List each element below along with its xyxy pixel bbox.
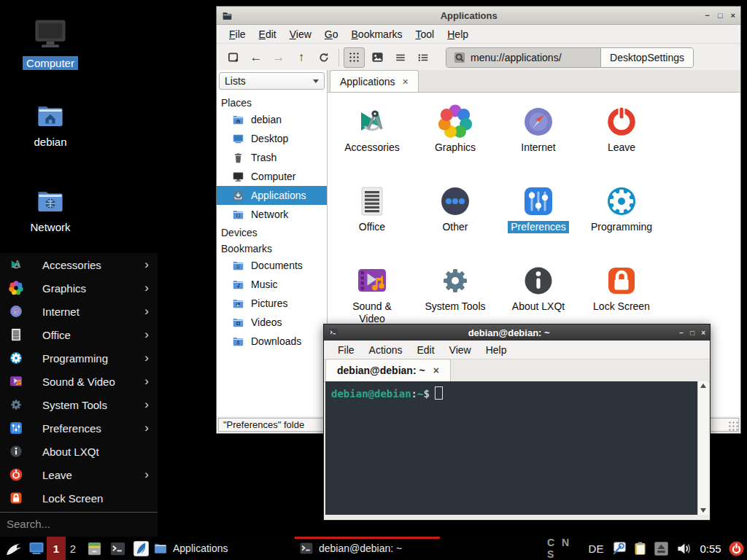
keyboard-indicator[interactable]: C N S: [547, 537, 584, 560]
minimize-button[interactable]: −: [705, 12, 709, 20]
maximize-button[interactable]: □: [718, 12, 723, 20]
fm-item-graphics[interactable]: Graphics: [414, 104, 497, 154]
quicklaunch-terminal[interactable]: [107, 537, 128, 560]
workspace-1-button[interactable]: 1: [47, 537, 66, 560]
fm-item-about-lxqt[interactable]: About LXQt: [497, 263, 580, 313]
minimize-button[interactable]: −: [679, 329, 684, 337]
start-menu-item-programming[interactable]: Programming ›: [0, 346, 158, 370]
fm-item-preferences[interactable]: Preferences: [497, 184, 580, 233]
path-bar: menu://applications/ DesktopSettings: [446, 47, 694, 68]
tray-screenshot-button[interactable]: [610, 537, 629, 560]
fm-item-internet[interactable]: Internet: [497, 104, 580, 154]
compact-view-button[interactable]: [390, 48, 410, 67]
fm-tab-applications[interactable]: Applications ×: [330, 70, 419, 92]
tray-clipboard-button[interactable]: [630, 537, 649, 560]
fm-titlebar[interactable]: Applications − □ ×: [217, 7, 740, 25]
start-menu-item-office[interactable]: Office ›: [0, 323, 158, 346]
terminal-titlebar[interactable]: debian@debian: ~ − □ ×: [324, 324, 710, 341]
terminal-screen[interactable]: debian@debian:~$: [325, 381, 697, 515]
tray-power-button[interactable]: [727, 537, 746, 560]
menu-file[interactable]: File: [330, 344, 362, 356]
start-menu-item-about-lxqt[interactable]: About LXQt: [0, 440, 158, 463]
menu-item-label: Programming: [42, 352, 108, 365]
sidebar-item-music[interactable]: Music: [217, 275, 327, 294]
thumbnail-view-icon: [371, 51, 384, 63]
sidebar-item-applications[interactable]: Applications: [217, 186, 327, 205]
terminal-scrollbar[interactable]: [697, 381, 708, 515]
detailed-view-button[interactable]: [413, 48, 433, 67]
menu-tool[interactable]: Tool: [409, 28, 441, 40]
sidebar-item-videos[interactable]: Videos: [217, 313, 327, 332]
scroll-down-icon[interactable]: [700, 508, 706, 513]
start-menu-item-lock-screen[interactable]: Lock Screen: [0, 486, 158, 510]
sidebar-item-downloads[interactable]: Downloads: [217, 332, 327, 351]
scroll-up-icon[interactable]: [700, 384, 706, 388]
close-button[interactable]: ×: [731, 12, 735, 20]
maximize-button[interactable]: □: [690, 329, 694, 337]
keyboard-layout[interactable]: DE: [585, 537, 607, 560]
fm-item-sound-video[interactable]: Sound & Video: [330, 263, 414, 325]
menu-view[interactable]: View: [442, 344, 479, 356]
fm-item-system-tools[interactable]: System Tools: [414, 263, 497, 313]
menu-edit[interactable]: Edit: [252, 28, 283, 40]
menu-help[interactable]: Help: [441, 28, 475, 40]
menu-item-label: Graphics: [42, 282, 86, 295]
start-menu-item-accessories[interactable]: Accessories ›: [0, 253, 158, 276]
tab-close-icon[interactable]: ×: [433, 365, 439, 376]
sidebar-item-desktop[interactable]: Desktop: [217, 129, 327, 148]
menu-help[interactable]: Help: [479, 344, 514, 356]
menu-actions[interactable]: Actions: [362, 344, 410, 356]
menu-view[interactable]: View: [283, 28, 318, 40]
fm-item-programming[interactable]: Programming: [580, 184, 663, 233]
workspace-2-button[interactable]: 2: [66, 537, 80, 560]
menu-go[interactable]: Go: [318, 28, 345, 40]
reload-button[interactable]: [314, 48, 333, 67]
address-segment[interactable]: menu://applications/: [446, 48, 601, 67]
start-menu-button[interactable]: [1, 537, 25, 560]
fm-item-accessories[interactable]: Accessories: [330, 104, 414, 154]
up-button[interactable]: ↑: [292, 48, 311, 67]
start-menu-item-sound-video[interactable]: Sound & Video ›: [0, 370, 158, 393]
fm-item-office[interactable]: Office: [330, 184, 414, 233]
start-menu-item-internet[interactable]: Internet ›: [0, 300, 158, 323]
sidebar-item-trash[interactable]: Trash: [217, 148, 327, 167]
tab-close-icon[interactable]: ×: [403, 77, 409, 87]
fm-item-other[interactable]: Other: [414, 184, 497, 233]
task-button-applications[interactable]: Applications: [149, 537, 294, 560]
desktop-icon-debian[interactable]: debian: [17, 101, 84, 149]
menu-bookmarks[interactable]: Bookmarks: [345, 28, 409, 40]
close-button[interactable]: ×: [701, 329, 705, 337]
sidebar-item-network[interactable]: Network: [217, 205, 327, 224]
start-menu-item-graphics[interactable]: Graphics ›: [0, 276, 158, 300]
start-menu-item-preferences[interactable]: Preferences ›: [0, 416, 158, 440]
show-desktop-button[interactable]: [26, 537, 47, 560]
quicklaunch-file-manager[interactable]: [83, 537, 105, 560]
sidebar-item-computer[interactable]: Computer: [217, 167, 327, 186]
icon-view-button[interactable]: [344, 47, 365, 68]
menu-edit[interactable]: Edit: [409, 344, 441, 356]
resize-grip[interactable]: [729, 421, 739, 432]
terminal-tab[interactable]: debian@debian: ~ ×: [325, 359, 451, 381]
sidebar-item-documents[interactable]: Documents: [217, 256, 327, 275]
menu-file[interactable]: File: [222, 28, 252, 40]
tray-eject-button[interactable]: [652, 537, 670, 560]
tray-volume-button[interactable]: [674, 537, 693, 560]
start-menu-item-leave[interactable]: Leave ›: [0, 463, 158, 486]
desktop-icon-network[interactable]: Network: [17, 186, 84, 234]
new-tab-button[interactable]: [224, 48, 243, 67]
task-button-terminal[interactable]: debian@debian: ~: [295, 537, 440, 560]
fm-item-lock-screen[interactable]: Lock Screen: [580, 263, 663, 313]
clock[interactable]: 0:55: [694, 537, 727, 560]
sidebar-item-debian[interactable]: debian: [217, 110, 327, 129]
path-button-desktopsettings[interactable]: DesktopSettings: [601, 48, 693, 67]
sidebar-mode-select[interactable]: Lists: [219, 72, 325, 90]
desktop-icon-computer[interactable]: Computer: [17, 15, 84, 70]
search-input[interactable]: Search...: [0, 512, 158, 535]
start-menu-item-system-tools[interactable]: System Tools ›: [0, 393, 158, 416]
thumbnail-view-button[interactable]: [368, 48, 387, 67]
back-button[interactable]: ←: [247, 48, 266, 67]
forward-button[interactable]: →: [269, 48, 288, 67]
fm-item-leave[interactable]: Leave: [580, 104, 663, 154]
clipboard-icon: [632, 541, 648, 556]
sidebar-item-pictures[interactable]: Pictures: [217, 294, 327, 313]
